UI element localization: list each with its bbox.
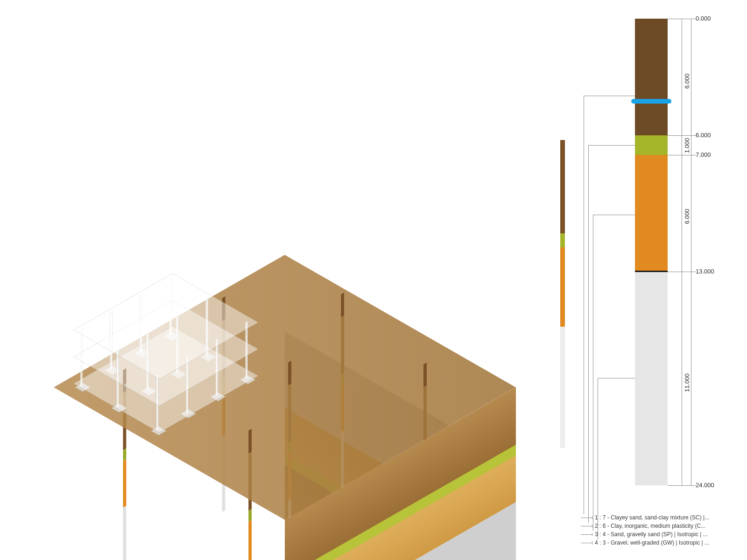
thickness-label-1: 6.000 <box>684 73 691 89</box>
legend-row-3: 3 : 4 - Sand, gravelly sand (SP) | Isotr… <box>581 530 709 539</box>
profile-layer-4 <box>635 272 668 485</box>
legend-key-icon <box>581 518 592 518</box>
legend-key-icon <box>581 534 592 535</box>
leader-line <box>584 96 584 514</box>
thickness-label-2: 1.000 <box>684 138 691 153</box>
soil-profile-panel: 0.000 6.000 7.000 13.000 24.000 6.000 1.… <box>621 14 742 527</box>
ref-bore-layer-3 <box>560 247 565 327</box>
ref-bore-layer-1 <box>560 140 565 233</box>
depth-label-6: 6.000 <box>696 132 711 139</box>
legend-row-4: 4 : 3 - Gravel, well-graded (GW) | Isotr… <box>581 539 709 547</box>
depth-label-0: 0.000 <box>696 15 711 22</box>
groundwater-marker-icon <box>631 99 671 104</box>
profile-layer-2 <box>635 135 668 155</box>
reference-borehole <box>560 140 565 448</box>
thickness-label-3: 6.000 <box>684 209 691 224</box>
profile-layer-3 <box>635 155 668 272</box>
soil-block <box>54 255 516 520</box>
leader-line <box>584 96 635 96</box>
depth-axis <box>691 19 691 485</box>
legend-key-icon <box>581 526 592 526</box>
legend-text: 2 : 6 - Clay, inorganic, medium plastici… <box>595 523 705 529</box>
thickness-label-4: 11.000 <box>684 373 691 392</box>
leader-line <box>598 378 635 378</box>
depth-label-24: 24.000 <box>696 482 714 489</box>
ref-bore-layer-4 <box>560 327 565 448</box>
layer-separator <box>635 271 668 272</box>
legend-row-1: 1 : 7 - Clayey sand, sand-clay mixture (… <box>581 513 709 522</box>
building-model <box>73 273 258 379</box>
iso-scene <box>23 56 514 560</box>
depth-tick <box>668 485 696 486</box>
ref-bore-layer-2 <box>560 233 565 247</box>
leader-line <box>588 145 589 523</box>
leader-line <box>593 215 635 215</box>
legend-key-icon <box>581 543 592 543</box>
leader-line <box>593 215 593 531</box>
depth-label-7: 7.000 <box>696 151 711 158</box>
legend-text: 1 : 7 - Clayey sand, sand-clay mixture (… <box>595 514 709 521</box>
soil-profile-column <box>635 19 668 485</box>
leader-line <box>588 145 635 146</box>
isometric-soil-model <box>0 0 514 560</box>
depth-label-13: 13.000 <box>696 268 714 275</box>
legend-row-2: 2 : 6 - Clay, inorganic, medium plastici… <box>581 522 709 530</box>
legend-text: 4 : 3 - Gravel, well-graded (GW) | Isotr… <box>595 539 709 546</box>
legend-text: 3 : 4 - Sand, gravelly sand (SP) | Isotr… <box>595 531 708 538</box>
profile-layer-1 <box>635 19 668 135</box>
soil-legend: 1 : 7 - Clayey sand, sand-clay mixture (… <box>581 513 709 547</box>
thickness-axis <box>682 19 682 485</box>
